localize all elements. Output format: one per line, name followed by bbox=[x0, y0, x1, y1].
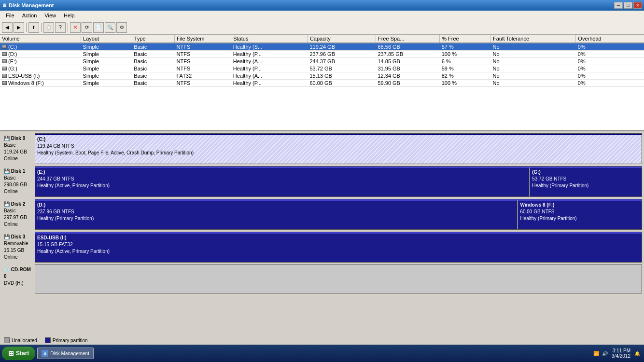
volume-icon: 🔊 bbox=[602, 351, 608, 356]
col-header-status[interactable]: Status bbox=[231, 35, 308, 43]
cell-capacity: 60.00 GB bbox=[308, 80, 376, 87]
cell-overhead: 0% bbox=[576, 58, 644, 65]
cell-freespace: 237.85 GB bbox=[376, 51, 439, 58]
col-header-overhead[interactable]: Overhead bbox=[576, 35, 644, 43]
menu-action[interactable]: Action bbox=[18, 12, 41, 19]
partition-name: (D:) bbox=[37, 202, 515, 209]
col-header-layout[interactable]: Layout bbox=[81, 35, 132, 43]
partition-2-1[interactable]: Windows 8 (F:) 60.00 GB NTFS Healthy (Pr… bbox=[518, 199, 642, 229]
disk-status: Online bbox=[4, 221, 33, 228]
cell-capacity: 15.13 GB bbox=[308, 72, 376, 80]
partition-1-0[interactable]: (E:) 244.37 GB NTFS Healthy (Active, Pri… bbox=[35, 167, 530, 196]
col-header-fault[interactable]: Fault Tolerance bbox=[491, 35, 576, 43]
close-button[interactable]: ✕ bbox=[633, 2, 642, 9]
disk-id: 💾 Disk 3 bbox=[4, 234, 33, 240]
disk-id: 💾 Disk 2 bbox=[4, 201, 33, 208]
table-row[interactable]: Windows 8 (F:) Simple Basic NTFS Healthy… bbox=[0, 80, 644, 87]
col-header-freespace[interactable]: Free Spa... bbox=[376, 35, 439, 43]
col-header-capacity[interactable]: Capacity bbox=[308, 35, 376, 43]
partition-size: 15.15 GB FAT32 bbox=[37, 241, 640, 248]
table-row[interactable]: (E:) Simple Basic NTFS Healthy (A... 244… bbox=[0, 58, 644, 65]
table-row[interactable]: ESD-USB (I:) Simple Basic FAT32 Healthy … bbox=[0, 72, 644, 80]
toolbar-separator-3 bbox=[68, 23, 68, 32]
cell-status: Healthy (P... bbox=[231, 80, 308, 87]
cell-fault: No bbox=[491, 58, 576, 65]
taskbar-app-disk-management[interactable]: 🖥 Disk Management bbox=[37, 348, 94, 359]
partition-status: Healthy (Active, Primary Partition) bbox=[37, 182, 527, 189]
cell-fs: NTFS bbox=[175, 51, 231, 58]
drive-icon bbox=[2, 45, 7, 49]
cell-freepct: 57 % bbox=[440, 43, 491, 51]
cell-volume: (C:) bbox=[0, 43, 81, 51]
col-header-type[interactable]: Type bbox=[132, 35, 174, 43]
col-header-fs[interactable]: File System bbox=[175, 35, 231, 43]
disk-size: 119.24 GB bbox=[4, 149, 33, 155]
cell-type: Basic bbox=[132, 43, 174, 51]
table-row[interactable]: (C:) Simple Basic NTFS Healthy (S... 119… bbox=[0, 43, 644, 51]
cell-fs: FAT32 bbox=[175, 72, 231, 80]
cell-freepct: 100 % bbox=[440, 80, 491, 87]
partition-0-0[interactable]: (C:) 119.24 GB NTFS Healthy (System, Boo… bbox=[35, 134, 642, 164]
table-row[interactable]: (G:) Simple Basic NTFS Healthy (P... 53.… bbox=[0, 65, 644, 72]
cell-status: Healthy (A... bbox=[231, 72, 308, 80]
properties-button[interactable]: 📋 bbox=[43, 22, 54, 33]
cell-volume: ESD-USB (I:) bbox=[0, 72, 81, 80]
disk-id: 💿 CD-ROM 0 bbox=[4, 266, 33, 280]
cell-fs: NTFS bbox=[175, 58, 231, 65]
col-header-volume[interactable]: Volume bbox=[0, 35, 81, 43]
cell-layout: Simple bbox=[81, 72, 132, 80]
rescan-button[interactable]: ⟳ bbox=[82, 22, 92, 33]
view-button[interactable]: 🔍 bbox=[105, 22, 115, 33]
cell-status: Healthy (A... bbox=[231, 58, 308, 65]
table-row[interactable]: (D:) Simple Basic NTFS Healthy (P... 237… bbox=[0, 51, 644, 58]
up-button[interactable]: ⬆ bbox=[28, 22, 39, 33]
menu-file[interactable]: File bbox=[2, 12, 18, 19]
partition-1-1[interactable]: (G:) 53.72 GB NTFS Healthy (Primary Part… bbox=[530, 167, 642, 196]
refresh-button[interactable]: ✕ bbox=[70, 22, 81, 33]
drive-icon bbox=[2, 59, 7, 63]
cell-volume: Windows 8 (F:) bbox=[0, 80, 81, 87]
partition-status: Healthy (Primary Partition) bbox=[520, 215, 640, 222]
back-button[interactable]: ◀ bbox=[2, 22, 13, 33]
settings-button[interactable]: ⚙ bbox=[116, 22, 127, 33]
disk-size: 15.15 GB bbox=[4, 247, 33, 254]
menu-help[interactable]: Help bbox=[60, 12, 79, 19]
cell-volume: (E:) bbox=[0, 58, 81, 65]
disk-row-4: 💿 CD-ROM 0 DVD (H:) bbox=[2, 265, 642, 293]
toolbar-separator-2 bbox=[41, 23, 42, 32]
partition-3-0[interactable]: ESD-USB (I:) 15.15 GB FAT32 Healthy (Act… bbox=[35, 232, 642, 262]
partition-2-0[interactable]: (D:) 237.96 GB NTFS Healthy (Primary Par… bbox=[35, 199, 518, 229]
drive-icon bbox=[2, 52, 7, 56]
disk-type: Basic bbox=[4, 142, 33, 149]
menu-bar: File Action View Help bbox=[0, 11, 644, 20]
help-button[interactable]: ? bbox=[55, 22, 66, 33]
menu-view[interactable]: View bbox=[41, 12, 60, 19]
cell-type: Basic bbox=[132, 80, 174, 87]
taskbar-app-label: Disk Management bbox=[50, 351, 89, 356]
minimize-button[interactable]: ─ bbox=[614, 2, 623, 9]
col-header-freepct[interactable]: % Free bbox=[440, 35, 491, 43]
maximize-button[interactable]: □ bbox=[624, 2, 632, 9]
cell-fault: No bbox=[491, 72, 576, 80]
disk-size: 297.97 GB bbox=[4, 214, 33, 221]
title-bar: 🖥 Disk Management ─ □ ✕ bbox=[0, 0, 644, 11]
start-button[interactable]: ⊞ Start bbox=[2, 347, 35, 360]
disk-size: 298.09 GB bbox=[4, 181, 33, 188]
disk-id: 💾 Disk 0 bbox=[4, 135, 33, 142]
cell-fs: NTFS bbox=[175, 80, 231, 87]
main-content: Volume Layout Type File System Status Ca… bbox=[0, 35, 644, 336]
taskbar-left: ⊞ Start 🖥 Disk Management bbox=[2, 347, 94, 360]
legend-unallocated: Unallocated bbox=[4, 337, 37, 343]
forward-button[interactable]: ▶ bbox=[14, 22, 24, 33]
disk-label-0: 💾 Disk 0 Basic 119.24 GB Online bbox=[2, 133, 35, 164]
disk-visual-area: 💾 Disk 0 Basic 119.24 GB Online (C:) 119… bbox=[0, 131, 644, 336]
disk-row-3: 💾 Disk 3 Removable 15.15 GB Online ESD-U… bbox=[2, 232, 642, 263]
disk-partitions-2: (D:) 237.96 GB NTFS Healthy (Primary Par… bbox=[35, 199, 642, 230]
legend-primary-label: Primary partition bbox=[53, 338, 88, 343]
cell-status: Healthy (P... bbox=[231, 65, 308, 72]
export-button[interactable]: 📄 bbox=[93, 22, 104, 33]
drive-icon bbox=[2, 81, 7, 85]
disk-label-2: 💾 Disk 2 Basic 297.97 GB Online bbox=[2, 199, 35, 230]
cell-layout: Simple bbox=[81, 51, 132, 58]
partition-name: (C:) bbox=[37, 136, 640, 143]
